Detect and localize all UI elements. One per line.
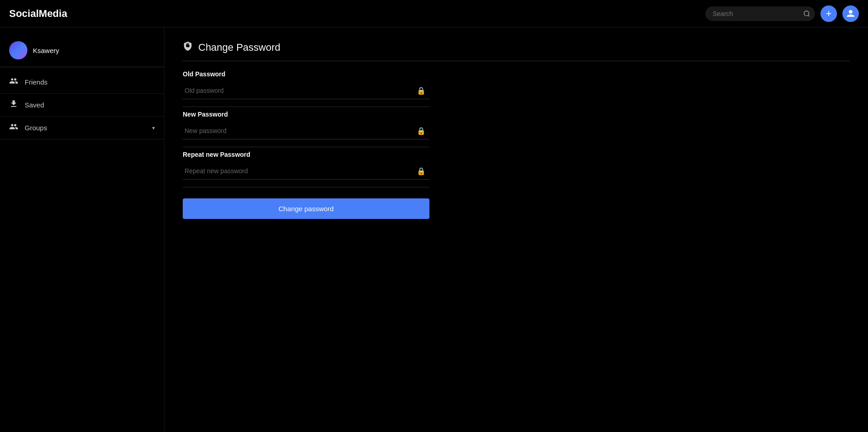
header-right: +: [705, 5, 859, 22]
friends-icon: [9, 76, 18, 88]
page-title: Change Password: [198, 42, 281, 53]
app-logo: SocialMedia: [9, 8, 67, 20]
search-icon-button[interactable]: [803, 10, 810, 17]
sidebar-item-groups[interactable]: Groups ▾: [0, 117, 164, 139]
user-icon: [846, 9, 855, 18]
repeat-password-input-wrapper: 🔒: [183, 163, 429, 180]
new-password-input[interactable]: [183, 123, 429, 139]
change-password-form: Old Password 🔒 New Password 🔒 Repeat new…: [183, 70, 429, 219]
chevron-down-icon: ▾: [152, 125, 155, 131]
add-button[interactable]: +: [820, 5, 837, 22]
lock-icon: 🔒: [417, 127, 426, 135]
old-password-input-wrapper: 🔒: [183, 82, 429, 99]
lock-icon: 🔒: [417, 167, 426, 176]
old-password-section: Old Password 🔒: [183, 70, 429, 107]
lock-icon: 🔒: [417, 86, 426, 95]
search-icon: [803, 10, 810, 17]
layout: Ksawery Friends Saved: [0, 27, 868, 432]
new-password-section: New Password 🔒: [183, 111, 429, 147]
plus-icon: +: [826, 8, 832, 20]
repeat-password-section: Repeat new Password 🔒: [183, 151, 429, 187]
groups-icon: [9, 122, 18, 133]
old-password-label: Old Password: [183, 70, 429, 78]
header: SocialMedia +: [0, 0, 868, 27]
svg-point-0: [804, 11, 809, 16]
sidebar-item-label: Friends: [25, 78, 155, 86]
sidebar-item-label: Groups: [25, 124, 146, 132]
saved-icon: [9, 99, 18, 111]
new-password-label: New Password: [183, 111, 429, 118]
user-avatar-button[interactable]: [842, 5, 859, 22]
change-password-button[interactable]: Change password: [183, 198, 429, 219]
repeat-password-label: Repeat new Password: [183, 151, 429, 158]
page-header: Change Password: [183, 41, 850, 61]
old-password-input[interactable]: [183, 82, 429, 99]
svg-line-1: [808, 15, 810, 16]
sidebar-item-label: Saved: [25, 101, 155, 109]
search-container: [705, 6, 815, 21]
sidebar-item-friends[interactable]: Friends: [0, 71, 164, 94]
repeat-password-input[interactable]: [183, 163, 429, 180]
sidebar: Ksawery Friends Saved: [0, 27, 164, 432]
search-input[interactable]: [705, 6, 815, 21]
main-content: Change Password Old Password 🔒 New Passw…: [164, 27, 868, 432]
avatar: [9, 41, 27, 59]
sidebar-user[interactable]: Ksawery: [0, 37, 164, 67]
change-password-icon: [183, 41, 193, 53]
sidebar-username: Ksawery: [33, 47, 59, 54]
sidebar-item-saved[interactable]: Saved: [0, 94, 164, 117]
new-password-input-wrapper: 🔒: [183, 123, 429, 139]
